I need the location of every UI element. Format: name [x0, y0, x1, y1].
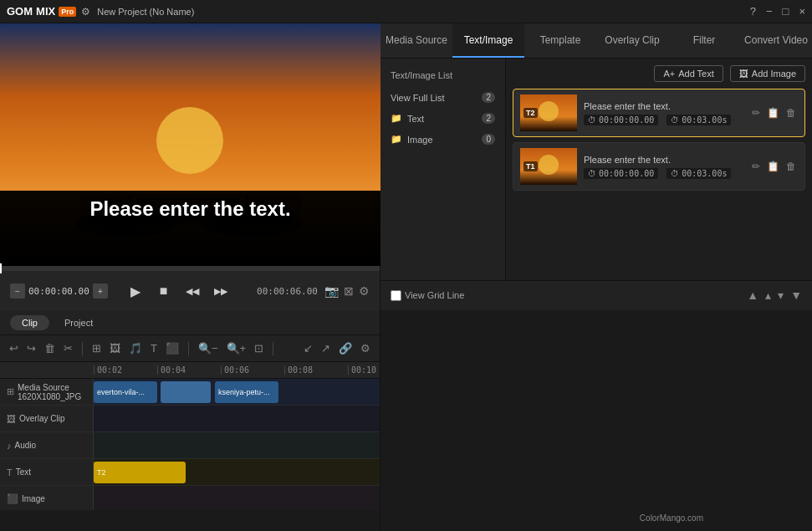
image-track-content[interactable] — [94, 486, 380, 510]
close-button[interactable]: × — [799, 5, 805, 18]
media-clip-1[interactable]: everton-vila-... — [94, 381, 157, 403]
video-overlay-text: Please enter the text. — [79, 194, 300, 224]
clip-label: kseniya-petu-... — [215, 388, 273, 396]
fit-btn[interactable]: ⊡ — [252, 340, 266, 357]
text-item-time-t2: ⏱ 00:00:00.00 ⏱ 00:03.00s — [584, 115, 743, 125]
add-media-btn[interactable]: ⊞ — [89, 340, 104, 357]
right-spacer — [380, 310, 812, 532]
add-text-btn[interactable]: T — [148, 340, 160, 357]
delete-btn-t2[interactable]: 🗑 — [784, 105, 798, 120]
logo-pro-badge: Pro — [59, 7, 76, 17]
tab-text-image[interactable]: Text/Image — [452, 23, 524, 58]
next-frame-button[interactable]: ▶▶ — [209, 279, 232, 303]
sidebar-text-name: Text — [407, 114, 424, 124]
add-text-label: Add Text — [678, 69, 714, 79]
copy-btn-t1[interactable]: 📋 — [765, 159, 781, 174]
time-dec-button[interactable]: − — [10, 283, 25, 299]
add-buttons: A+ Add Text 🖼 Add Image — [654, 65, 805, 82]
image-track-icon: ⬛ — [7, 493, 18, 504]
prev-frame-button[interactable]: ◀◀ — [181, 279, 204, 303]
controls-row: − 00:00:00.00 + ▶ ■ ◀◀ ▶▶ 00:00:06.00 📷 … — [0, 271, 380, 311]
minimize-button[interactable]: − — [766, 5, 773, 18]
add-image-button[interactable]: 🖼 Add Image — [730, 65, 805, 82]
grid-line-checkbox[interactable] — [391, 290, 401, 301]
track-label-audio: ♪ Audio — [0, 432, 94, 458]
maximize-button[interactable]: □ — [783, 5, 789, 18]
add-audio-btn[interactable]: 🎵 — [126, 340, 145, 357]
right-panel: Media Source Text/Image Template Overlay… — [380, 23, 812, 531]
import-btn[interactable]: ↗ — [319, 340, 333, 357]
add-image-btn[interactable]: 🖼 — [107, 340, 123, 357]
add-shape-btn[interactable]: ⬛ — [163, 340, 181, 357]
cut-btn[interactable]: ✂ — [61, 340, 75, 357]
duration-value-t2: 00:03.00s — [682, 115, 727, 125]
sidebar-text-item[interactable]: 📁 Text 2 — [380, 108, 505, 129]
edit-btn-t2[interactable]: ✏ — [750, 105, 762, 120]
add-text-button[interactable]: A+ Add Text — [654, 65, 723, 82]
time-inc-button[interactable]: + — [93, 283, 108, 299]
text-clip-1[interactable]: T2 — [94, 462, 186, 483]
text-clip-label: T2 — [94, 468, 110, 477]
export-btn[interactable]: ↙ — [301, 340, 315, 357]
arrow-up2-btn[interactable]: ▴ — [765, 288, 771, 302]
zoom-in-btn[interactable]: 🔍+ — [224, 340, 249, 357]
project-tab[interactable]: Project — [53, 315, 105, 330]
text-track-content[interactable]: T2 — [94, 459, 380, 485]
toolbar-separator-2 — [188, 342, 189, 355]
link-btn[interactable]: 🔗 — [336, 340, 355, 357]
delete-btn[interactable]: 🗑 — [42, 340, 58, 357]
delete-btn-t1[interactable]: 🗑 — [784, 159, 798, 174]
progress-bar[interactable] — [0, 266, 380, 271]
media-clip-2[interactable] — [161, 381, 211, 403]
text-item-info-t1: Please enter the text. ⏱ 00:00:00.00 ⏱ 0… — [584, 155, 743, 179]
zoom-out-btn[interactable]: 🔍− — [196, 340, 221, 357]
redo-btn[interactable]: ↪ — [24, 340, 38, 357]
track-label-media: ⊞ Media Source1620X1080_JPG — [0, 379, 94, 405]
help-btn[interactable]: ? — [750, 5, 756, 18]
arrow-up-btn[interactable]: ▲ — [747, 288, 758, 302]
tab-template[interactable]: Template — [524, 23, 596, 58]
tab-convert-video[interactable]: Convert Video — [740, 23, 812, 58]
timeline-ruler: 00:02 00:04 00:06 00:08 00:10 00:12 00:1… — [0, 362, 380, 379]
sidebar-text-image-list: Text/Image List — [380, 65, 505, 87]
edit-btn-t1[interactable]: ✏ — [750, 159, 762, 174]
tab-overlay-clip[interactable]: Overlay Clip — [596, 23, 668, 58]
sidebar-view-full-label: View Full List — [391, 93, 445, 103]
arrow-down-btn[interactable]: ▾ — [778, 288, 784, 302]
track-label-overlay: 🖼 Overlay Clip — [0, 406, 94, 431]
ruler-mark: 00:10 — [348, 365, 380, 375]
right-content: Text/Image List View Full List 2 📁 Text … — [380, 59, 812, 280]
clip-project-tabs: Clip Project — [0, 311, 380, 334]
media-clip-3[interactable]: kseniya-petu-... — [215, 381, 278, 403]
stop-button[interactable]: ■ — [152, 279, 176, 303]
text-track: T Text T2 — [0, 459, 380, 486]
settings2-btn[interactable]: ⚙ — [358, 340, 373, 357]
left-panel: Please enter the text. − 00:00:00.00 + ▶… — [0, 23, 380, 531]
toolbar-separator — [82, 342, 83, 355]
camera-btn[interactable]: 📷 — [324, 284, 339, 298]
play-button[interactable]: ▶ — [124, 279, 147, 303]
tab-filter[interactable]: Filter — [668, 23, 740, 58]
text-item-t2[interactable]: T2 Please enter the text. ⏱ 00:00:00.00 … — [513, 89, 805, 137]
add-text-icon: A+ — [663, 69, 675, 79]
text-item-t1[interactable]: T1 Please enter the text. ⏱ 00:00:00.00 … — [513, 142, 805, 191]
settings-btn[interactable]: ⚙ — [359, 284, 370, 298]
media-track-name: Media Source1620X1080_JPG — [18, 383, 81, 401]
sidebar-image-label: 📁 Image — [391, 134, 433, 145]
crop-btn[interactable]: ⊠ — [344, 284, 354, 298]
folder-icon: 📁 — [391, 113, 402, 124]
undo-btn[interactable]: ↩ — [7, 340, 21, 357]
clip-tab[interactable]: Clip — [10, 315, 49, 330]
sidebar-image-item[interactable]: 📁 Image 0 — [380, 129, 505, 150]
progress-handle[interactable] — [0, 263, 2, 273]
media-track-content[interactable]: everton-vila-... kseniya-petu-... — [94, 379, 380, 405]
tab-media-source[interactable]: Media Source — [380, 23, 452, 58]
sidebar-view-full-list[interactable]: View Full List 2 — [380, 87, 505, 108]
arrow-down2-btn[interactable]: ▼ — [790, 288, 802, 302]
view-grid-line-check[interactable]: View Grid Line — [391, 290, 464, 301]
gear-icon[interactable]: ⚙ — [81, 6, 90, 18]
copy-btn-t2[interactable]: 📋 — [765, 105, 781, 120]
text-item-actions-t1: ✏ 📋 🗑 — [750, 159, 798, 174]
audio-track-content[interactable] — [94, 432, 380, 458]
overlay-track-content[interactable] — [94, 406, 380, 431]
